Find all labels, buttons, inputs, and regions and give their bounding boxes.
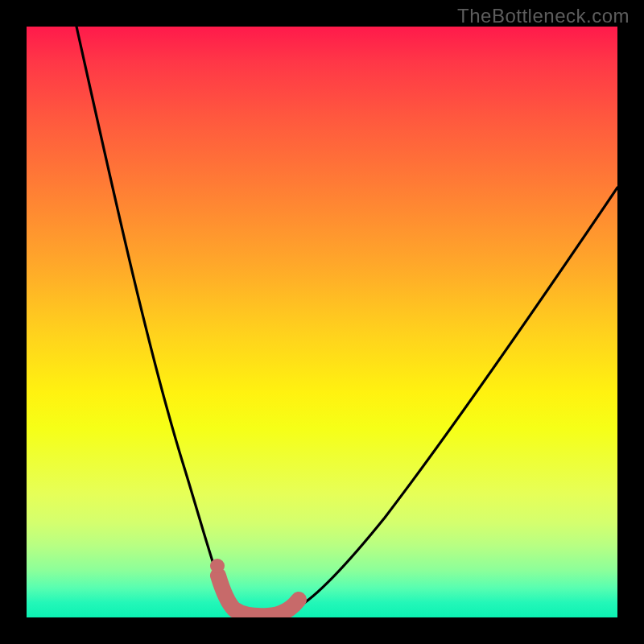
outer-frame: TheBottleneck.com bbox=[0, 0, 644, 644]
bottleneck-curve bbox=[76, 27, 617, 615]
watermark-text: TheBottleneck.com bbox=[457, 5, 630, 27]
optimal-zone-highlight bbox=[218, 576, 299, 616]
plot-area bbox=[27, 27, 617, 617]
chart-svg bbox=[27, 27, 617, 617]
optimal-zone-start-dot bbox=[210, 559, 225, 573]
